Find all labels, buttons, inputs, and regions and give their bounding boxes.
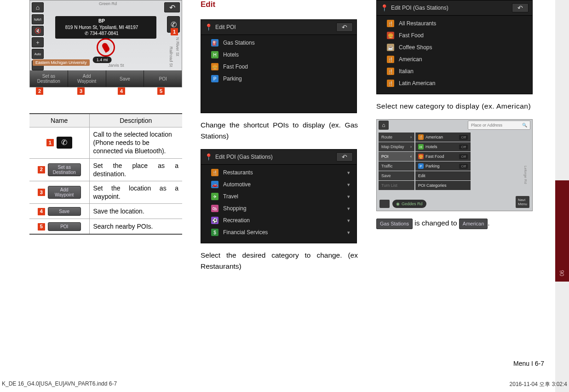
- shot-title: Edit POI (Gas Stations): [215, 154, 273, 160]
- search-placeholder: Place or Address: [471, 123, 502, 127]
- caption: Select the desired category to change. (…: [201, 250, 358, 272]
- list-item: 🍔Fast Food: [201, 61, 356, 73]
- road-label: Railroad St: [169, 46, 173, 67]
- gas-icon: ⛽: [211, 39, 218, 46]
- table-row: 2 Set as Destination Set the place as a …: [29, 158, 182, 181]
- menu-map-display[interactable]: Map Display›: [379, 142, 414, 151]
- chevron-down-icon: ▾: [347, 182, 350, 188]
- menu-save[interactable]: Save: [379, 171, 414, 180]
- marker-5: 5: [157, 87, 165, 95]
- mid-american[interactable]: 🍴AmericanOff: [415, 133, 471, 142]
- pin-icon: 📍: [205, 153, 213, 161]
- list-item: HHotels: [201, 49, 356, 61]
- table-row: 5 POI Search nearby POIs.: [29, 219, 182, 235]
- list-item: ⛽Gas Stations: [201, 37, 356, 49]
- mid-poi-categories[interactable]: POI CategoriesOff: [415, 181, 471, 190]
- row-num: 2: [38, 166, 45, 173]
- mute-icon[interactable]: 🔇: [32, 26, 44, 36]
- list-item: PParking: [201, 73, 356, 85]
- chevron-down-icon: ▾: [347, 194, 350, 200]
- list-item: ⚽Recreation▾: [201, 214, 356, 226]
- screenshot-edit-poi: 📍Edit POI ↶ ⛽Gas Stations HHotels 🍔Fast …: [201, 19, 357, 113]
- chevron-down-icon: ▾: [347, 206, 350, 212]
- list-item: $Financial Services▾: [201, 226, 356, 238]
- mid-parking[interactable]: PParkingOff: [415, 161, 471, 171]
- road-label: Jarvis St: [108, 63, 124, 68]
- chevron-right-icon: ›: [410, 144, 412, 149]
- callout-address: 819 N Huron St, Ypsilanti, MI 48197: [60, 24, 144, 31]
- home-icon[interactable]: ⌂: [379, 121, 389, 130]
- chevron-down-icon: ▾: [347, 230, 350, 236]
- print-date: 2016-11-04 오후 3:02:4: [510, 380, 567, 388]
- marker-1: 1: [171, 28, 178, 35]
- navi-menu-button[interactable]: Navi Menu: [516, 196, 529, 208]
- print-file: K_DE 16_G4.0[USA_EU]AVN_PART6.indd 6-7: [2, 380, 117, 388]
- chip-save: Save: [48, 207, 81, 216]
- search-input[interactable]: Place or Address 🔍: [468, 121, 530, 130]
- side-tab-label: 06: [559, 270, 565, 276]
- row-desc: Save the location.: [89, 204, 182, 219]
- auto-zoom-icon[interactable]: Auto: [32, 49, 44, 59]
- menu-traffic[interactable]: Traffic: [379, 161, 414, 171]
- compass-icon[interactable]: [379, 200, 390, 208]
- callout-title: BP: [60, 18, 144, 24]
- row-num: 4: [38, 208, 45, 215]
- th-description: Description: [89, 114, 182, 127]
- row-desc: Call to the selected location (Phone nee…: [89, 127, 182, 159]
- navi-icon[interactable]: NAVI: [32, 14, 44, 24]
- back-icon[interactable]: ↶: [336, 152, 353, 161]
- chevron-down-icon: ▾: [347, 170, 350, 176]
- map-bottom-toolbar: Set as Destination Add Waypoint Save POI: [30, 70, 182, 87]
- home-icon[interactable]: ⌂: [32, 2, 44, 12]
- mid-fastfood[interactable]: 🍔Fast FoodOff: [415, 152, 471, 161]
- back-icon[interactable]: ↶: [512, 3, 529, 12]
- list-item: ☕Coffee Shops: [377, 41, 532, 53]
- phone-icon: ✆: [57, 137, 72, 149]
- save-button[interactable]: Save: [106, 70, 144, 87]
- list-item: ✈Travel▾: [201, 190, 356, 202]
- caption: Change the shortcut POIs to display (ex.…: [201, 120, 358, 142]
- italian-icon: 🍴: [387, 68, 394, 75]
- mid-edit[interactable]: EditOff: [415, 171, 471, 180]
- row-num: 3: [38, 189, 45, 196]
- parking-icon: P: [211, 75, 218, 82]
- restaurant-icon: 🍴: [211, 169, 218, 176]
- american-icon: 🍴: [387, 56, 394, 63]
- menu-turn-list[interactable]: Turn List: [379, 181, 414, 190]
- distance-badge: 1.4 mi: [93, 57, 112, 63]
- mid-hotels[interactable]: HHotelsOff: [415, 142, 471, 151]
- zoom-in-icon[interactable]: ＋: [32, 37, 44, 47]
- restaurant-icon: 🍴: [418, 134, 424, 140]
- chip-add-waypoint: Add Waypoint: [48, 186, 81, 199]
- chevron-down-icon: ▾: [347, 218, 350, 224]
- shot-title: Edit POI (Gas Stations): [391, 5, 448, 11]
- recreation-icon: ⚽: [211, 217, 218, 224]
- chevron-right-icon: ›: [410, 135, 412, 139]
- side-tab-spacer-top: [555, 0, 569, 180]
- add-waypoint-button[interactable]: Add Waypoint: [68, 70, 106, 87]
- set-destination-button[interactable]: Set as Destination: [30, 70, 68, 87]
- screenshot-edit-poi-gas: 📍Edit POI (Gas Stations) ↶ 🍴Restaurants▾…: [201, 149, 357, 243]
- list-item: 🍴Latin American: [377, 77, 532, 89]
- back-icon[interactable]: ↶: [336, 23, 353, 32]
- menu-poi[interactable]: POI‹: [379, 152, 414, 161]
- back-icon[interactable]: ↶: [164, 2, 180, 12]
- list-item: 🍔Fast Food: [377, 29, 532, 41]
- fastfood-icon: 🍔: [211, 63, 218, 70]
- fastfood-icon: 🍔: [418, 154, 424, 159]
- table-row: 4 Save Save the location.: [29, 204, 182, 219]
- chip-poi: POI: [48, 222, 81, 231]
- poi-button[interactable]: POI: [144, 70, 182, 87]
- list-item: 🍴Italian: [377, 65, 532, 77]
- coffee-icon: ☕: [387, 44, 394, 51]
- marker-3: 3: [77, 87, 85, 95]
- row-desc: Set the place as a destination.: [89, 158, 182, 181]
- map-screenshot: ⌂ NAVI 🔇 ＋ Auto − ↶ Green Rd Railroad St…: [29, 0, 182, 87]
- marker-4: 4: [118, 87, 125, 95]
- hotel-icon: H: [418, 144, 424, 150]
- chip-american: American: [459, 219, 488, 229]
- shot-title: Edit POI: [215, 24, 236, 30]
- screenshot-map-menu: ⌂ Place or Address 🔍 Route› Map Display›…: [376, 119, 533, 211]
- menu-route[interactable]: Route›: [379, 133, 414, 142]
- list-item: 🛍Shopping▾: [201, 202, 356, 214]
